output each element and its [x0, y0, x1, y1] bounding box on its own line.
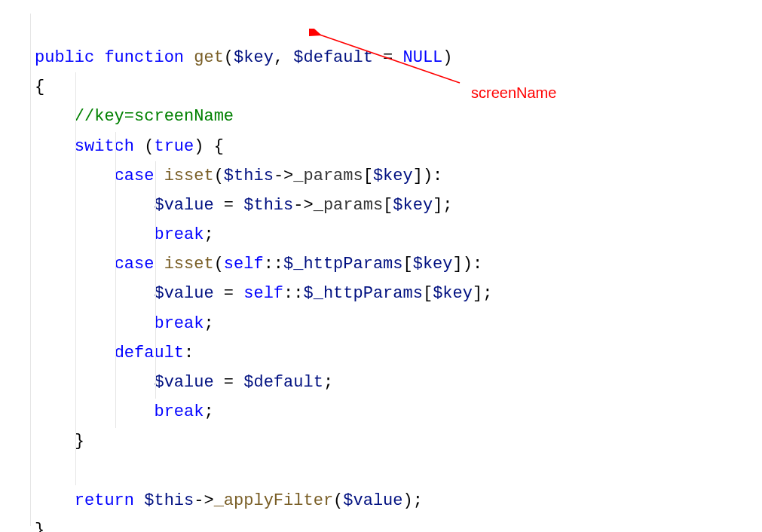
arrow: -> — [194, 491, 213, 510]
line: //key=screenName — [35, 107, 234, 126]
code-block: public function get($key, $default = NUL… — [0, 14, 762, 532]
semi: ; — [204, 314, 213, 333]
assign: = — [214, 196, 244, 215]
line: $value = $default; — [35, 373, 333, 392]
bracket: [ — [423, 284, 433, 303]
bracket: [ — [403, 255, 413, 274]
gutter — [0, 14, 35, 532]
var-value: $value — [154, 196, 213, 215]
semi: ; — [204, 225, 213, 244]
comma: , — [274, 48, 293, 67]
var-key: $key — [393, 196, 433, 215]
var-default: $default — [293, 48, 373, 67]
arrow: -> — [274, 167, 293, 185]
line: return $this->_applyFilter($value); — [35, 491, 423, 510]
scope: :: — [283, 284, 303, 303]
paren-brace: ) { — [194, 137, 224, 156]
paren-close: ); — [403, 491, 423, 510]
var-this: $this — [224, 167, 274, 185]
bracket-close: ]; — [433, 196, 452, 215]
scope: :: — [264, 255, 283, 274]
line: $value = self::$_httpParams[$key]; — [35, 284, 492, 303]
line: break; — [35, 225, 214, 244]
annotation-label: screenName — [471, 80, 556, 107]
bracket-close: ]): — [453, 255, 483, 274]
semi: ; — [323, 373, 333, 392]
line: $value = $this->_params[$key]; — [35, 196, 453, 215]
var-http: $_httpParams — [283, 255, 402, 274]
assign: = — [373, 48, 403, 67]
var-key: $key — [234, 48, 274, 67]
kw-break: break — [154, 402, 204, 421]
line: case isset($this->_params[$key]): — [35, 167, 442, 185]
fn-isset: isset — [164, 167, 214, 185]
kw-switch: switch — [75, 137, 134, 156]
var-key: $key — [373, 167, 413, 185]
line: switch (true) { — [35, 137, 224, 156]
line: case isset(self::$_httpParams[$key]): — [35, 255, 482, 274]
paren: ( — [214, 167, 224, 185]
kw-self: self — [243, 284, 283, 303]
var-value: $value — [154, 373, 213, 392]
paren: ( — [214, 255, 224, 274]
paren: ( — [134, 137, 154, 156]
fn-apply: _applyFilter — [214, 491, 333, 510]
semi: ; — [204, 402, 213, 421]
line: { — [35, 78, 44, 96]
comment: //key=screenName — [75, 107, 234, 126]
line: } — [35, 521, 44, 532]
code-lines: public function get($key, $default = NUL… — [35, 14, 492, 532]
bracket-close: ]): — [413, 167, 443, 185]
var-default: $default — [243, 373, 323, 392]
brace-close: } — [35, 521, 44, 532]
kw-self: self — [224, 255, 264, 274]
kw-break: break — [154, 225, 204, 244]
member-params: _params — [293, 167, 363, 185]
bracket: [ — [363, 167, 373, 185]
var-value: $value — [154, 284, 213, 303]
kw-true: true — [154, 137, 194, 156]
kw-null: NULL — [403, 48, 443, 67]
bracket: [ — [383, 196, 393, 215]
line: } — [35, 432, 84, 451]
kw-break: break — [154, 314, 204, 333]
colon: : — [184, 344, 194, 362]
line: default: — [35, 344, 194, 362]
var-this: $this — [243, 196, 293, 215]
kw-case: case — [115, 255, 155, 274]
var-key: $key — [413, 255, 453, 274]
bracket-close: ]; — [473, 284, 492, 303]
kw-return: return — [75, 491, 134, 510]
paren-open: ( — [224, 48, 234, 67]
kw-default: default — [115, 344, 184, 362]
paren: ( — [333, 491, 343, 510]
fn-name: get — [194, 48, 224, 67]
var-value: $value — [343, 491, 402, 510]
kw-public: public — [35, 48, 94, 67]
arrow: -> — [293, 196, 313, 215]
brace-open: { — [35, 78, 44, 96]
paren-close: ) — [442, 48, 452, 67]
line: break; — [35, 314, 214, 333]
fn-isset: isset — [164, 255, 214, 274]
line: public function get($key, $default = NUL… — [35, 48, 453, 67]
line: break; — [35, 402, 214, 421]
var-this: $this — [134, 491, 194, 510]
kw-function: function — [104, 48, 184, 67]
var-key: $key — [433, 284, 473, 303]
assign: = — [214, 373, 244, 392]
line — [35, 461, 44, 480]
assign: = — [214, 284, 244, 303]
member-params: _params — [314, 196, 383, 215]
kw-case: case — [115, 167, 155, 185]
var-http: $_httpParams — [303, 284, 422, 303]
